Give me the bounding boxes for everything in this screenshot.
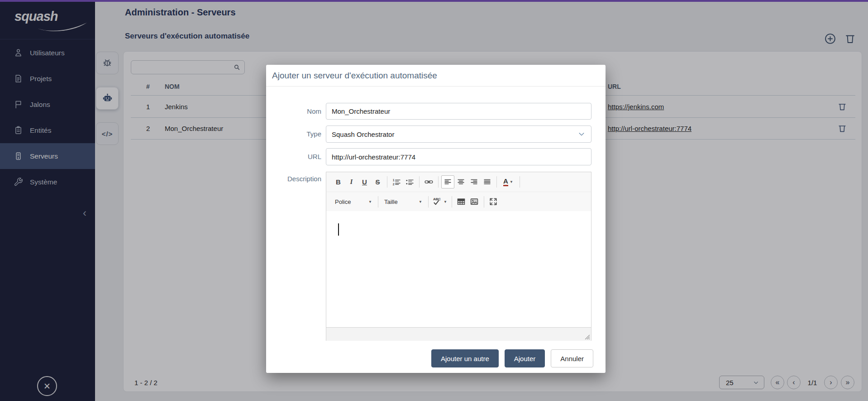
- toolbar-separator: [496, 176, 497, 188]
- url-label: URL: [266, 148, 321, 165]
- font-size-combo[interactable]: Taille ▼: [381, 196, 425, 208]
- align-right-icon: [470, 178, 478, 186]
- toolbar-separator: [419, 176, 420, 188]
- maximize-icon: [489, 198, 497, 206]
- description-label: Description: [266, 175, 321, 183]
- toolbar-separator: [520, 176, 520, 188]
- justify-button[interactable]: [481, 175, 494, 188]
- url-input[interactable]: [326, 148, 591, 165]
- link-button[interactable]: [422, 175, 435, 188]
- caret-down-icon: ▼: [368, 200, 372, 204]
- text-color-letter: A: [503, 178, 508, 186]
- align-left-icon: [444, 178, 452, 186]
- font-family-combo[interactable]: Police ▼: [332, 196, 375, 208]
- text-color-button[interactable]: A ▼: [500, 175, 517, 188]
- svg-text:2: 2: [393, 183, 395, 186]
- strikethrough-button[interactable]: S: [371, 175, 384, 188]
- text-caret: [338, 223, 339, 236]
- chevron-down-icon: [577, 130, 586, 138]
- toolbar-separator: [428, 196, 429, 208]
- insert-image-button[interactable]: [468, 195, 481, 208]
- align-right-button[interactable]: [467, 175, 481, 188]
- table-icon: [457, 197, 466, 206]
- type-label: Type: [266, 126, 321, 143]
- image-icon: [470, 197, 479, 206]
- toolbar-separator: [387, 176, 387, 188]
- caret-down-icon: ▼: [510, 180, 513, 184]
- align-left-button[interactable]: [441, 175, 454, 188]
- description-richtext-editor: B I U S 1 2: [326, 172, 591, 341]
- bold-button[interactable]: B: [332, 175, 345, 188]
- editor-toolbar-row-2: Police ▼ Taille ▼ ABC ▼: [326, 192, 591, 211]
- bulleted-list-button[interactable]: [403, 175, 416, 188]
- toolbar-separator: [452, 196, 452, 208]
- align-center-button[interactable]: [454, 175, 467, 188]
- type-select[interactable]: Squash Orchestrator: [326, 126, 591, 143]
- toolbar-separator: [378, 196, 378, 208]
- caret-down-icon: ▼: [444, 200, 447, 204]
- squash-admin-screen: squash Utilisateurs Projets Jalons: [0, 0, 868, 401]
- description-edit-area[interactable]: [326, 211, 591, 327]
- toolbar-separator: [484, 196, 484, 208]
- add-button[interactable]: Ajouter: [505, 349, 545, 367]
- add-another-button[interactable]: Ajouter un autre: [431, 349, 499, 367]
- nom-label: Nom: [266, 103, 321, 120]
- resize-grip-icon[interactable]: [584, 334, 590, 340]
- dialog-actions: Ajouter un autre Ajouter Annuler: [431, 349, 593, 367]
- caret-down-icon: ▼: [419, 200, 422, 204]
- nom-input[interactable]: [326, 103, 591, 120]
- link-icon: [424, 177, 434, 187]
- add-execution-server-dialog: Ajouter un serveur d'exécution automatis…: [266, 65, 606, 373]
- dialog-title-divider: [266, 86, 606, 87]
- justify-icon: [483, 178, 491, 186]
- type-select-value: Squash Orchestrator: [332, 130, 577, 138]
- editor-toolbar-row-1: B I U S 1 2: [326, 172, 591, 192]
- maximize-editor-button[interactable]: [487, 195, 500, 208]
- spellcheck-button[interactable]: ABC ▼: [431, 195, 449, 208]
- insert-table-button[interactable]: [455, 195, 468, 208]
- italic-button[interactable]: I: [345, 175, 358, 188]
- toolbar-separator: [438, 176, 439, 188]
- dialog-title: Ajouter un serveur d'exécution automatis…: [272, 71, 437, 81]
- svg-text:1: 1: [393, 179, 395, 182]
- align-center-icon: [457, 178, 465, 186]
- bulleted-list-icon: [405, 178, 414, 186]
- cancel-button[interactable]: Annuler: [551, 349, 593, 367]
- numbered-list-icon: 1 2: [392, 178, 401, 186]
- editor-bottom-bar: [326, 327, 591, 341]
- numbered-list-button[interactable]: 1 2: [390, 175, 403, 188]
- underline-button[interactable]: U: [358, 175, 371, 188]
- spellcheck-abc-icon: ABC: [433, 197, 442, 206]
